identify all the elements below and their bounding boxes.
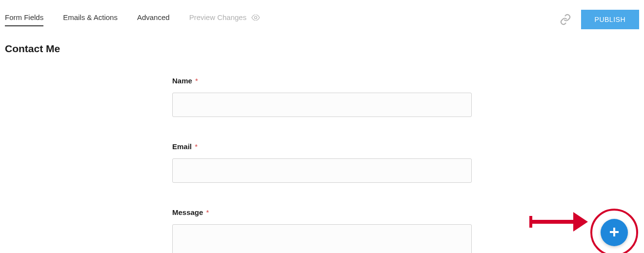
svg-marker-5 [573, 212, 588, 232]
add-field-button[interactable] [601, 219, 628, 246]
required-marker: * [195, 142, 198, 151]
eye-icon [251, 14, 260, 22]
email-label: Email * [172, 142, 472, 151]
field-email: Email * [172, 142, 472, 183]
message-label-text: Message [172, 208, 203, 216]
top-actions: PUBLISH [560, 10, 639, 29]
message-label: Message * [172, 208, 472, 216]
annotation-arrow-icon [529, 212, 588, 234]
field-message: Message * [172, 208, 472, 253]
required-marker: * [206, 208, 209, 216]
email-input[interactable] [172, 158, 472, 183]
tab-emails-actions[interactable]: Emails & Actions [63, 13, 118, 26]
page-title: Contact Me [5, 43, 644, 55]
tab-advanced[interactable]: Advanced [137, 13, 170, 26]
plus-icon [609, 227, 620, 239]
svg-rect-3 [529, 216, 532, 228]
name-label-text: Name [172, 77, 192, 85]
required-marker: * [195, 77, 198, 85]
tabs: Form Fields Emails & Actions Advanced Pr… [5, 13, 260, 26]
message-input[interactable] [172, 224, 472, 253]
field-name: Name * [172, 77, 472, 117]
name-input[interactable] [172, 93, 472, 117]
tab-form-fields[interactable]: Form Fields [5, 13, 43, 26]
svg-rect-4 [529, 220, 576, 224]
top-bar: Form Fields Emails & Actions Advanced Pr… [0, 0, 644, 29]
publish-button[interactable]: PUBLISH [581, 10, 639, 29]
email-label-text: Email [172, 142, 192, 151]
name-label: Name * [172, 77, 472, 85]
tab-preview-changes[interactable]: Preview Changes [189, 13, 261, 26]
svg-rect-2 [610, 231, 619, 233]
svg-point-0 [255, 17, 257, 19]
tab-preview-label: Preview Changes [189, 13, 247, 21]
link-icon[interactable] [560, 14, 571, 25]
form-area: Name * Email * Message * [172, 77, 472, 253]
